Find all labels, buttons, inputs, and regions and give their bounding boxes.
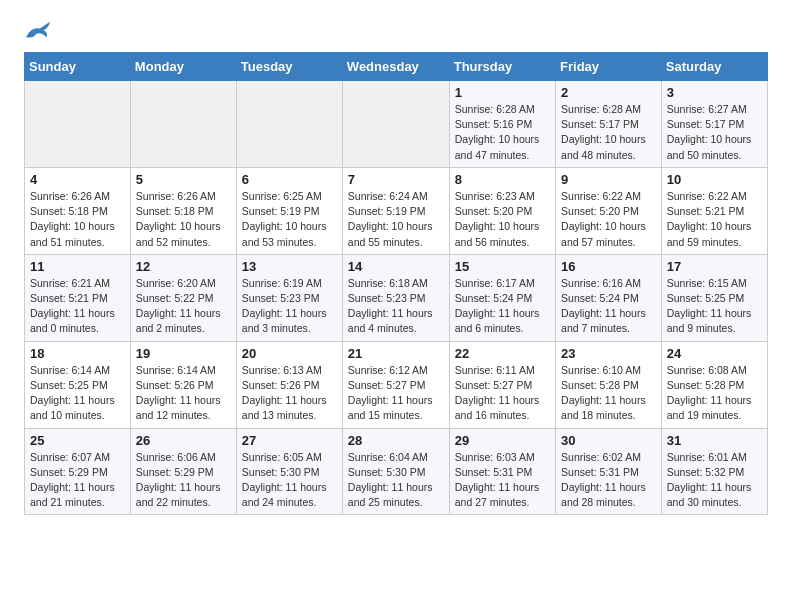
day-number: 16 xyxy=(561,259,656,274)
calendar-cell: 7Sunrise: 6:24 AM Sunset: 5:19 PM Daylig… xyxy=(342,167,449,254)
cell-content: Sunrise: 6:16 AM Sunset: 5:24 PM Dayligh… xyxy=(561,276,656,337)
logo xyxy=(24,20,56,44)
cell-content: Sunrise: 6:20 AM Sunset: 5:22 PM Dayligh… xyxy=(136,276,231,337)
day-number: 29 xyxy=(455,433,550,448)
weekday-header-tuesday: Tuesday xyxy=(236,53,342,81)
calendar-cell: 21Sunrise: 6:12 AM Sunset: 5:27 PM Dayli… xyxy=(342,341,449,428)
day-number: 6 xyxy=(242,172,337,187)
cell-content: Sunrise: 6:26 AM Sunset: 5:18 PM Dayligh… xyxy=(136,189,231,250)
calendar-cell xyxy=(130,81,236,168)
weekday-header-sunday: Sunday xyxy=(25,53,131,81)
cell-content: Sunrise: 6:05 AM Sunset: 5:30 PM Dayligh… xyxy=(242,450,337,511)
cell-content: Sunrise: 6:17 AM Sunset: 5:24 PM Dayligh… xyxy=(455,276,550,337)
calendar-cell: 4Sunrise: 6:26 AM Sunset: 5:18 PM Daylig… xyxy=(25,167,131,254)
weekday-header-thursday: Thursday xyxy=(449,53,555,81)
day-number: 11 xyxy=(30,259,125,274)
day-number: 19 xyxy=(136,346,231,361)
calendar-cell: 27Sunrise: 6:05 AM Sunset: 5:30 PM Dayli… xyxy=(236,428,342,515)
day-number: 3 xyxy=(667,85,762,100)
calendar-cell: 12Sunrise: 6:20 AM Sunset: 5:22 PM Dayli… xyxy=(130,254,236,341)
calendar-cell: 2Sunrise: 6:28 AM Sunset: 5:17 PM Daylig… xyxy=(556,81,662,168)
day-number: 7 xyxy=(348,172,444,187)
weekday-header-saturday: Saturday xyxy=(661,53,767,81)
calendar-cell: 29Sunrise: 6:03 AM Sunset: 5:31 PM Dayli… xyxy=(449,428,555,515)
day-number: 24 xyxy=(667,346,762,361)
cell-content: Sunrise: 6:14 AM Sunset: 5:25 PM Dayligh… xyxy=(30,363,125,424)
cell-content: Sunrise: 6:24 AM Sunset: 5:19 PM Dayligh… xyxy=(348,189,444,250)
calendar-cell: 14Sunrise: 6:18 AM Sunset: 5:23 PM Dayli… xyxy=(342,254,449,341)
calendar-cell: 23Sunrise: 6:10 AM Sunset: 5:28 PM Dayli… xyxy=(556,341,662,428)
day-number: 4 xyxy=(30,172,125,187)
cell-content: Sunrise: 6:21 AM Sunset: 5:21 PM Dayligh… xyxy=(30,276,125,337)
day-number: 9 xyxy=(561,172,656,187)
cell-content: Sunrise: 6:19 AM Sunset: 5:23 PM Dayligh… xyxy=(242,276,337,337)
calendar-header: SundayMondayTuesdayWednesdayThursdayFrid… xyxy=(25,53,768,81)
calendar-week-row: 4Sunrise: 6:26 AM Sunset: 5:18 PM Daylig… xyxy=(25,167,768,254)
calendar-cell: 26Sunrise: 6:06 AM Sunset: 5:29 PM Dayli… xyxy=(130,428,236,515)
page-header xyxy=(24,20,768,44)
cell-content: Sunrise: 6:13 AM Sunset: 5:26 PM Dayligh… xyxy=(242,363,337,424)
calendar-cell: 19Sunrise: 6:14 AM Sunset: 5:26 PM Dayli… xyxy=(130,341,236,428)
calendar-cell: 8Sunrise: 6:23 AM Sunset: 5:20 PM Daylig… xyxy=(449,167,555,254)
day-number: 25 xyxy=(30,433,125,448)
logo-icon xyxy=(24,20,52,44)
calendar-cell: 31Sunrise: 6:01 AM Sunset: 5:32 PM Dayli… xyxy=(661,428,767,515)
calendar-week-row: 25Sunrise: 6:07 AM Sunset: 5:29 PM Dayli… xyxy=(25,428,768,515)
cell-content: Sunrise: 6:04 AM Sunset: 5:30 PM Dayligh… xyxy=(348,450,444,511)
cell-content: Sunrise: 6:14 AM Sunset: 5:26 PM Dayligh… xyxy=(136,363,231,424)
day-number: 1 xyxy=(455,85,550,100)
calendar-cell: 17Sunrise: 6:15 AM Sunset: 5:25 PM Dayli… xyxy=(661,254,767,341)
cell-content: Sunrise: 6:12 AM Sunset: 5:27 PM Dayligh… xyxy=(348,363,444,424)
calendar-cell: 3Sunrise: 6:27 AM Sunset: 5:17 PM Daylig… xyxy=(661,81,767,168)
weekday-header-monday: Monday xyxy=(130,53,236,81)
day-number: 28 xyxy=(348,433,444,448)
calendar-cell: 25Sunrise: 6:07 AM Sunset: 5:29 PM Dayli… xyxy=(25,428,131,515)
cell-content: Sunrise: 6:22 AM Sunset: 5:20 PM Dayligh… xyxy=(561,189,656,250)
cell-content: Sunrise: 6:27 AM Sunset: 5:17 PM Dayligh… xyxy=(667,102,762,163)
calendar-cell: 13Sunrise: 6:19 AM Sunset: 5:23 PM Dayli… xyxy=(236,254,342,341)
calendar-table: SundayMondayTuesdayWednesdayThursdayFrid… xyxy=(24,52,768,515)
day-number: 17 xyxy=(667,259,762,274)
calendar-week-row: 11Sunrise: 6:21 AM Sunset: 5:21 PM Dayli… xyxy=(25,254,768,341)
cell-content: Sunrise: 6:18 AM Sunset: 5:23 PM Dayligh… xyxy=(348,276,444,337)
day-number: 31 xyxy=(667,433,762,448)
calendar-cell: 30Sunrise: 6:02 AM Sunset: 5:31 PM Dayli… xyxy=(556,428,662,515)
calendar-cell: 22Sunrise: 6:11 AM Sunset: 5:27 PM Dayli… xyxy=(449,341,555,428)
cell-content: Sunrise: 6:02 AM Sunset: 5:31 PM Dayligh… xyxy=(561,450,656,511)
day-number: 20 xyxy=(242,346,337,361)
cell-content: Sunrise: 6:28 AM Sunset: 5:17 PM Dayligh… xyxy=(561,102,656,163)
day-number: 12 xyxy=(136,259,231,274)
day-number: 27 xyxy=(242,433,337,448)
day-number: 10 xyxy=(667,172,762,187)
calendar-cell: 28Sunrise: 6:04 AM Sunset: 5:30 PM Dayli… xyxy=(342,428,449,515)
calendar-cell: 18Sunrise: 6:14 AM Sunset: 5:25 PM Dayli… xyxy=(25,341,131,428)
calendar-cell: 16Sunrise: 6:16 AM Sunset: 5:24 PM Dayli… xyxy=(556,254,662,341)
calendar-cell: 20Sunrise: 6:13 AM Sunset: 5:26 PM Dayli… xyxy=(236,341,342,428)
calendar-week-row: 1Sunrise: 6:28 AM Sunset: 5:16 PM Daylig… xyxy=(25,81,768,168)
cell-content: Sunrise: 6:22 AM Sunset: 5:21 PM Dayligh… xyxy=(667,189,762,250)
weekday-header-row: SundayMondayTuesdayWednesdayThursdayFrid… xyxy=(25,53,768,81)
day-number: 26 xyxy=(136,433,231,448)
calendar-cell: 11Sunrise: 6:21 AM Sunset: 5:21 PM Dayli… xyxy=(25,254,131,341)
cell-content: Sunrise: 6:01 AM Sunset: 5:32 PM Dayligh… xyxy=(667,450,762,511)
weekday-header-wednesday: Wednesday xyxy=(342,53,449,81)
cell-content: Sunrise: 6:23 AM Sunset: 5:20 PM Dayligh… xyxy=(455,189,550,250)
cell-content: Sunrise: 6:08 AM Sunset: 5:28 PM Dayligh… xyxy=(667,363,762,424)
calendar-cell xyxy=(236,81,342,168)
cell-content: Sunrise: 6:11 AM Sunset: 5:27 PM Dayligh… xyxy=(455,363,550,424)
day-number: 23 xyxy=(561,346,656,361)
day-number: 30 xyxy=(561,433,656,448)
calendar-cell: 6Sunrise: 6:25 AM Sunset: 5:19 PM Daylig… xyxy=(236,167,342,254)
day-number: 14 xyxy=(348,259,444,274)
calendar-body: 1Sunrise: 6:28 AM Sunset: 5:16 PM Daylig… xyxy=(25,81,768,515)
calendar-cell xyxy=(25,81,131,168)
cell-content: Sunrise: 6:25 AM Sunset: 5:19 PM Dayligh… xyxy=(242,189,337,250)
cell-content: Sunrise: 6:10 AM Sunset: 5:28 PM Dayligh… xyxy=(561,363,656,424)
cell-content: Sunrise: 6:06 AM Sunset: 5:29 PM Dayligh… xyxy=(136,450,231,511)
day-number: 8 xyxy=(455,172,550,187)
cell-content: Sunrise: 6:26 AM Sunset: 5:18 PM Dayligh… xyxy=(30,189,125,250)
calendar-cell: 24Sunrise: 6:08 AM Sunset: 5:28 PM Dayli… xyxy=(661,341,767,428)
calendar-cell: 1Sunrise: 6:28 AM Sunset: 5:16 PM Daylig… xyxy=(449,81,555,168)
cell-content: Sunrise: 6:07 AM Sunset: 5:29 PM Dayligh… xyxy=(30,450,125,511)
calendar-week-row: 18Sunrise: 6:14 AM Sunset: 5:25 PM Dayli… xyxy=(25,341,768,428)
